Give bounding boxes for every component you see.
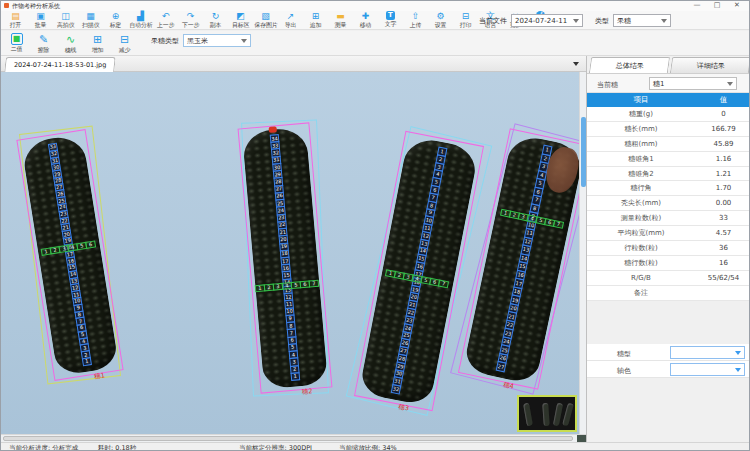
toolbar-move-button[interactable]: ✚移动 bbox=[353, 11, 378, 30]
result-item: 穗重(g) bbox=[587, 107, 695, 121]
toolbar-measure-button[interactable]: ▬测量 bbox=[328, 11, 353, 30]
toolbar-open-button[interactable]: ▤打开 bbox=[3, 11, 28, 30]
chevron-down-icon bbox=[727, 82, 733, 86]
status-zoom: 当前缩放比例: 34% bbox=[339, 444, 397, 451]
result-row: 穗行角1.70 bbox=[587, 181, 750, 196]
chevron-down-icon bbox=[735, 351, 741, 355]
result-value: 16 bbox=[695, 256, 750, 270]
tab-list-dropdown-icon[interactable] bbox=[573, 62, 579, 66]
app-window: 作物考种分析系统 — □ ✕ ▤打开▣批量◫高拍仪▦扫描仪⊕标定▟自动分析↶上一… bbox=[0, 0, 750, 451]
toolbar-decrease-button[interactable]: ⊟减少 bbox=[111, 33, 138, 54]
toolbar-settings-button[interactable]: ⚙设置 bbox=[428, 11, 453, 30]
calibration-label: 标定 bbox=[110, 21, 122, 28]
toolbar-calibration-button[interactable]: ⊕标定 bbox=[103, 11, 128, 30]
result-row: 穗粗(mm)45.89 bbox=[587, 137, 750, 152]
type-value: 果穗 bbox=[617, 16, 631, 26]
toolbar-print-button[interactable]: ⊟打印 bbox=[453, 11, 478, 30]
decrease-label: 减少 bbox=[119, 46, 131, 53]
ear-type-value: 黑玉米 bbox=[187, 36, 208, 46]
current-ear-value: 穗1 bbox=[653, 79, 664, 89]
result-item: 穗行数(粒) bbox=[587, 256, 695, 270]
kernel-box: 1 bbox=[291, 372, 301, 381]
result-value: 0 bbox=[695, 107, 750, 121]
toolbar-doc-camera-button[interactable]: ◫高拍仪 bbox=[53, 11, 78, 30]
toolbar-auto-analysis-button[interactable]: ▟自动分析 bbox=[128, 11, 153, 30]
minimap-ear bbox=[523, 403, 533, 427]
toolbar-ear-line-button[interactable]: ∿穗线 bbox=[57, 33, 84, 54]
toolbar-increase-button[interactable]: ⊞增加 bbox=[84, 33, 111, 54]
image-tab-strip: 2024-07-24-11-18-53-01.jpg bbox=[1, 56, 586, 72]
current-file-label: 当前文件 bbox=[479, 16, 507, 26]
toolbar-export-button[interactable]: ↗导出 bbox=[278, 11, 303, 30]
result-item: 行粒数(粒) bbox=[587, 241, 695, 255]
tab-detail-results[interactable]: 详细结果 bbox=[670, 57, 750, 73]
result-value: 4.57 bbox=[695, 226, 750, 240]
maximize-button[interactable]: □ bbox=[709, 1, 725, 9]
result-row: 行粒数(粒)36 bbox=[587, 241, 750, 256]
horizontal-scrollbar[interactable] bbox=[1, 434, 586, 442]
app-icon bbox=[4, 3, 9, 8]
toolbar-right-group: 当前文件 2024-07-24-11 类型 果穗 bbox=[479, 11, 671, 30]
minimize-button[interactable]: — bbox=[689, 1, 705, 9]
toolbar-append-button[interactable]: ⊞追加 bbox=[303, 11, 328, 30]
target-area-icon: ◩ bbox=[236, 11, 245, 21]
tab-overall-results[interactable]: 总体结果 bbox=[589, 57, 670, 73]
minimap-ear bbox=[562, 403, 574, 427]
minimap-thumbnail[interactable] bbox=[517, 395, 577, 432]
scanner-icon: ▦ bbox=[86, 11, 95, 21]
kernel-box: 32 bbox=[391, 384, 402, 394]
close-button[interactable]: ✕ bbox=[729, 1, 745, 9]
settings-icon: ⚙ bbox=[436, 11, 444, 21]
image-tab-label: 2024-07-24-11-18-53-01.jpg bbox=[14, 61, 106, 69]
toolbar-erase-button[interactable]: ✎擦除 bbox=[30, 33, 57, 54]
result-value: 1.16 bbox=[695, 152, 750, 166]
text-icon: T bbox=[386, 11, 395, 20]
vertical-scrollbar[interactable] bbox=[579, 72, 586, 434]
kernel-box: 1 bbox=[82, 357, 92, 366]
move-icon: ✚ bbox=[362, 11, 370, 21]
image-canvas[interactable]: 3332313029282726252423222120191817161514… bbox=[1, 72, 579, 434]
kernel-box: 27 bbox=[496, 361, 507, 372]
result-row: 穗重(g)0 bbox=[587, 107, 750, 122]
ear-label: 穗4 bbox=[502, 381, 514, 392]
ear-shape-label: 穗型 bbox=[617, 349, 631, 359]
status-dpi: 当前标定分辨率: 300DPI bbox=[239, 444, 312, 451]
ear-shape-select[interactable] bbox=[670, 346, 745, 359]
result-item: 平均粒宽(mm) bbox=[587, 226, 695, 240]
ear-label: 穗2 bbox=[302, 387, 313, 397]
toolbar-next-step-button[interactable]: ↷下一步 bbox=[178, 11, 203, 30]
image-tab[interactable]: 2024-07-24-11-18-53-01.jpg bbox=[4, 57, 116, 72]
text-label: 文字 bbox=[385, 20, 397, 27]
toolbar-target-area-button[interactable]: ◩目标区 bbox=[228, 11, 253, 30]
toolbar-batch-button[interactable]: ▣批量 bbox=[28, 11, 53, 30]
toolbar-upload-button[interactable]: ⇧上传 bbox=[403, 11, 428, 30]
current-file-select[interactable]: 2024-07-24-11 bbox=[511, 14, 583, 27]
prev-step-icon: ↶ bbox=[162, 11, 170, 21]
result-item: 测量粒数(粒) bbox=[587, 211, 695, 225]
copy-icon: ↻ bbox=[212, 11, 220, 21]
title-bar: 作物考种分析系统 — □ ✕ bbox=[1, 1, 749, 11]
ear-type-select[interactable]: 黑玉米 bbox=[183, 34, 251, 47]
toolbar-prev-step-button[interactable]: ↶上一步 bbox=[153, 11, 178, 30]
toolbar-copy-button[interactable]: ↻副本 bbox=[203, 11, 228, 30]
export-label: 导出 bbox=[285, 21, 297, 28]
type-select[interactable]: 果穗 bbox=[613, 14, 671, 27]
toolbar-save-image-button[interactable]: ▧保存图片 bbox=[253, 11, 278, 30]
cob-color-select[interactable] bbox=[670, 363, 745, 376]
toolbar-scanner-button[interactable]: ▦扫描仪 bbox=[78, 11, 103, 30]
chevron-down-icon bbox=[241, 39, 247, 43]
ear-穗1: 3332313029282726252423222120191817161514… bbox=[21, 134, 119, 377]
settings-label: 设置 bbox=[435, 21, 447, 28]
results-table-header: 项目 值 bbox=[587, 93, 750, 107]
target-area-label: 目标区 bbox=[232, 21, 250, 28]
horizontal-scrollbar-thumb[interactable] bbox=[3, 436, 573, 441]
scanner-label: 扫描仪 bbox=[82, 21, 100, 28]
toolbar-binary-button[interactable]: ■二值 bbox=[3, 33, 30, 53]
row-width-box: 7 bbox=[309, 280, 320, 288]
toolbar-text-button[interactable]: T文字 bbox=[378, 11, 403, 30]
chevron-down-icon bbox=[735, 368, 741, 372]
current-ear-select[interactable]: 穗1 bbox=[649, 77, 737, 90]
append-label: 追加 bbox=[310, 21, 322, 28]
result-value: 1.21 bbox=[695, 167, 750, 181]
binary-icon: ■ bbox=[11, 33, 23, 45]
